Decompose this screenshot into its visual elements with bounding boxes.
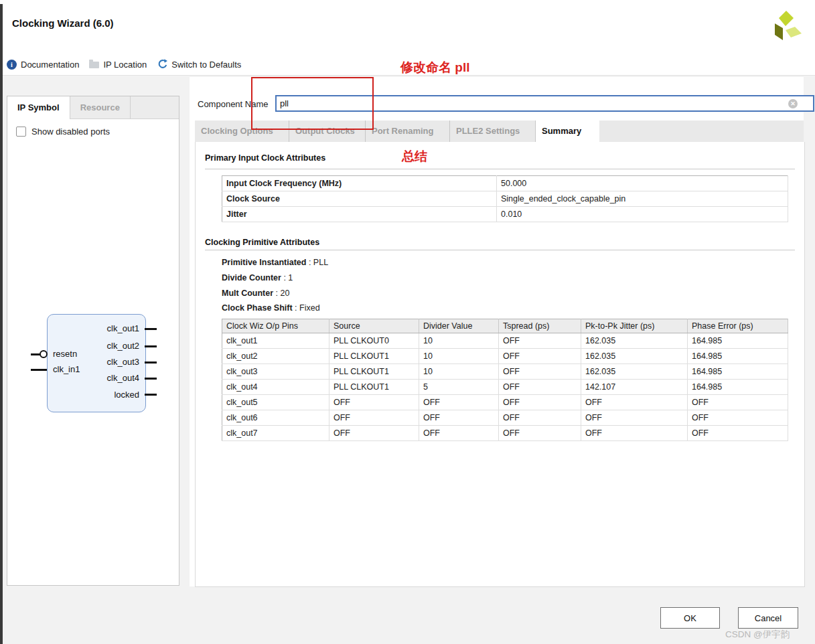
attr-value: 50.000 (497, 176, 788, 191)
clk-out2-port-stub (145, 345, 157, 347)
locked-port-stub (145, 394, 157, 396)
col-header: Phase Error (ps) (688, 319, 788, 333)
port-label-clk-out3: clk_out3 (107, 357, 139, 367)
cell: PLL CLKOUT1 (329, 349, 419, 364)
cell: 164.985 (688, 349, 788, 364)
port-label-clk-in1: clk_in1 (53, 364, 80, 374)
tab-plle2-settings[interactable]: PLLE2 Settings (450, 120, 536, 142)
ip-location-label: IP Location (103, 60, 147, 70)
cell: OFF (688, 395, 788, 410)
cell: 164.985 (688, 364, 788, 380)
annotation-rename-note: 修改命名 pll (400, 59, 469, 76)
configuration-panel: Component Name ✕ Clocking Options Output… (190, 77, 804, 586)
ip-location-button[interactable]: IP Location (89, 60, 147, 70)
attr-label: Divide Counter (222, 273, 281, 283)
table-row: Jitter 0.010 (222, 207, 788, 222)
cell: PLL CLKOUT1 (329, 380, 419, 395)
port-label-resetn: resetn (53, 349, 77, 359)
cell: OFF (499, 380, 581, 395)
clk-out4-port-stub (145, 378, 157, 380)
cell: 162.035 (581, 349, 688, 364)
resetn-inverter-bubble-icon (40, 350, 48, 358)
csdn-watermark: CSDN @伊宇韵 (725, 629, 790, 641)
cell: 10 (419, 364, 499, 380)
documentation-button[interactable]: i Documentation (7, 60, 79, 70)
cell: OFF (499, 333, 581, 349)
table-row: clk_out7 OFF OFF OFF OFF OFF (222, 426, 788, 441)
port-label-clk-out1: clk_out1 (107, 323, 139, 333)
clk-in1-port-stub (31, 369, 47, 371)
table-row: clk_out6 OFF OFF OFF OFF OFF (222, 410, 788, 426)
clock-phase-shift-line: Clock Phase Shift : Fixed (222, 303, 320, 313)
tab-resource[interactable]: Resource (70, 96, 131, 118)
table-row: Input Clock Frequency (MHz) 50.000 (222, 176, 788, 191)
attr-separator: : (293, 303, 299, 313)
cell: 164.985 (688, 380, 788, 395)
cell: OFF (329, 426, 419, 441)
show-disabled-ports-checkbox[interactable] (16, 127, 26, 137)
cell: OFF (499, 426, 581, 441)
cell: 10 (419, 349, 499, 364)
divide-counter-line: Divide Counter : 1 (222, 273, 293, 283)
cell: clk_out4 (222, 380, 329, 395)
clear-input-icon[interactable]: ✕ (788, 99, 798, 108)
cell: PLL CLKOUT0 (329, 333, 419, 349)
ok-button[interactable]: OK (660, 607, 720, 629)
cell: OFF (419, 426, 499, 441)
cell: OFF (329, 395, 419, 410)
table-row: Clock Source Single_ended_clock_capable_… (222, 191, 788, 207)
attr-value: PLL (313, 258, 328, 267)
cell: clk_out5 (222, 395, 329, 410)
cell: OFF (329, 410, 419, 426)
resetn-port-stub (31, 353, 40, 355)
attr-label: Clock Source (222, 191, 497, 207)
toolbar: i Documentation IP Location Switch to De… (7, 58, 241, 70)
section-divider (205, 250, 795, 250)
refresh-icon (157, 59, 167, 70)
info-icon: i (7, 60, 17, 70)
col-header: Divider Value (419, 319, 499, 333)
attr-label: Mult Counter (222, 289, 273, 298)
cell: OFF (499, 410, 581, 426)
port-label-clk-out2: clk_out2 (107, 341, 139, 351)
cell: 142.107 (581, 380, 688, 395)
cell: OFF (499, 395, 581, 410)
cell: OFF (581, 395, 688, 410)
table-row: clk_out3 PLL CLKOUT1 10 OFF 162.035 164.… (222, 364, 788, 380)
attr-value: Fixed (299, 303, 320, 313)
tab-port-renaming[interactable]: Port Renaming (366, 120, 450, 142)
cell: clk_out7 (222, 426, 329, 441)
attr-label: Clock Phase Shift (222, 303, 293, 313)
output-clocks-table: Clock Wiz O/p Pins Source Divider Value … (222, 319, 788, 441)
attr-value: 1 (288, 273, 293, 283)
section-divider (205, 169, 795, 169)
switch-to-defaults-button[interactable]: Switch to Defaults (157, 59, 241, 70)
attr-label: Jitter (222, 207, 497, 222)
attr-value: 0.010 (497, 207, 788, 222)
tab-summary[interactable]: Summary (536, 120, 599, 143)
attr-separator: : (306, 258, 313, 267)
clocking-wizard-dialog: { "window": { "title": "Clocking Wizard … (0, 0, 815, 644)
switch-to-defaults-label: Switch to Defaults (171, 60, 241, 70)
cell: OFF (581, 426, 688, 441)
col-header: Source (329, 319, 419, 333)
attr-label: Primitive Instantiated (222, 258, 306, 267)
cancel-button[interactable]: Cancel (738, 607, 798, 629)
cell: clk_out1 (222, 333, 329, 349)
cell: OFF (581, 410, 688, 426)
cell: 162.035 (581, 333, 688, 349)
cell: 162.035 (581, 364, 688, 380)
col-header: Pk-to-Pk Jitter (ps) (581, 319, 688, 333)
primitive-instantiated-line: Primitive Instantiated : PLL (222, 258, 328, 267)
summary-tab-content: Primary Input Clock Attributes Input Clo… (195, 142, 805, 587)
ip-symbol-panel: IP Symbol Resource Show disabled ports r… (7, 96, 179, 586)
cell: clk_out3 (222, 364, 329, 380)
table-header-row: Clock Wiz O/p Pins Source Divider Value … (222, 319, 788, 333)
clk-out1-port-stub (145, 328, 157, 330)
folder-icon (89, 62, 99, 68)
port-label-clk-out4: clk_out4 (107, 373, 139, 383)
cell: 164.985 (688, 333, 788, 349)
table-row: clk_out1 PLL CLKOUT0 10 OFF 162.035 164.… (222, 333, 788, 349)
cell: 5 (419, 380, 499, 395)
tab-ip-symbol[interactable]: IP Symbol (7, 96, 70, 119)
